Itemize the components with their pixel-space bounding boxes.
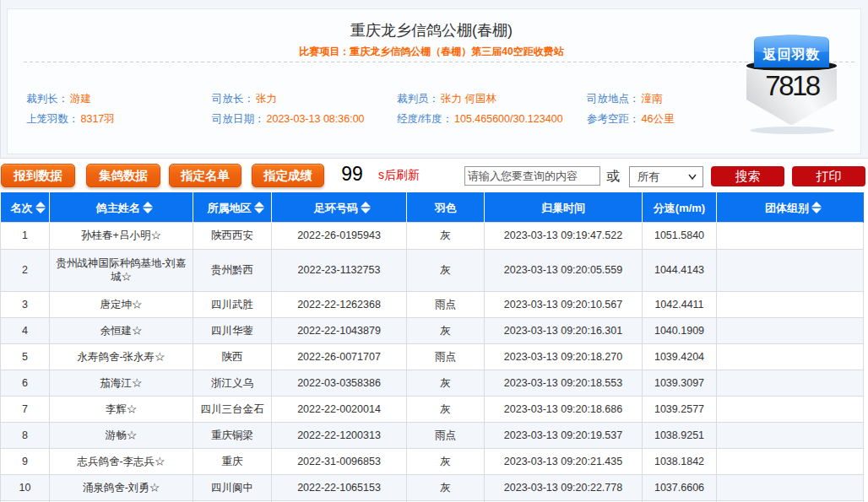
svg-text:返回羽数: 返回羽数 bbox=[762, 47, 821, 62]
svg-text:7818: 7818 bbox=[765, 70, 820, 101]
